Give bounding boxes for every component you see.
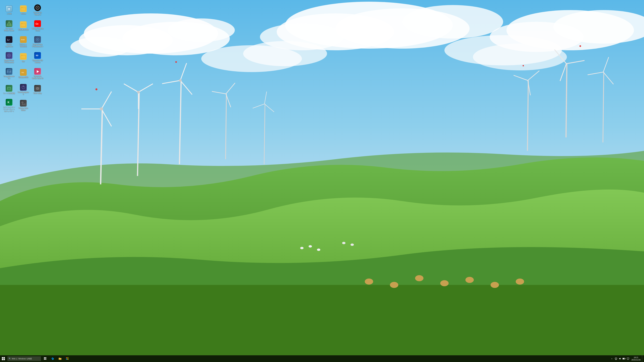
svg-point-24 — [96, 88, 98, 90]
systray-volume[interactable] — [618, 355, 622, 362]
desktop-icon-adobe-cc[interactable]: CcAdobe Creative Cloud — [31, 18, 44, 33]
desktop-icon-3dvision[interactable]: 3D3D Vision Photo Viewer — [2, 18, 16, 33]
picturestyle-label: Picture Style Editor — [18, 107, 29, 111]
svg-point-8 — [336, 8, 470, 49]
svg-point-88 — [8, 55, 10, 56]
eos-icon — [34, 85, 41, 92]
colornavigator-label: ColorNavigator 6 — [18, 91, 29, 95]
desktop-icon-cyberlink-media[interactable]: CyberLink Media Suite 10 — [31, 66, 44, 81]
svg-line-36 — [226, 94, 226, 159]
dev-folder-icon — [20, 53, 27, 60]
svg-text:Cc: Cc — [36, 22, 38, 25]
svg-line-55 — [603, 57, 608, 72]
eos-label: EOS Utility — [34, 92, 42, 94]
svg-line-50 — [566, 60, 584, 64]
svg-text:RAW: RAW — [21, 39, 25, 40]
svg-point-2 — [79, 25, 173, 55]
svg-point-69 — [350, 244, 354, 246]
svg-point-85 — [37, 39, 38, 40]
systray-action-center[interactable] — [626, 355, 630, 362]
desktop-icon-kaspersky[interactable]: Kカスペルスキー インターネットセキュリティ — [2, 98, 16, 113]
kaspersky-label: カスペルスキー インターネットセキュリティ — [3, 106, 15, 112]
svg-line-52 — [554, 50, 566, 64]
svg-rect-18 — [0, 285, 644, 362]
picturestyle-icon — [20, 100, 27, 107]
desktop-icon-dev-folder[interactable]: dev — [17, 50, 30, 65]
svg-line-43 — [253, 104, 264, 108]
desktop-icon-sdataset[interactable]: 500SDataset500 — [17, 66, 30, 81]
explorer-button[interactable] — [56, 355, 64, 362]
svg-point-23 — [100, 107, 103, 111]
taskbar: 🔍 Web と Windows を検索 — [0, 355, 644, 362]
svg-point-5 — [70, 37, 131, 57]
desktop-icon-adobe-lr[interactable]: LrAdobe Lightroom — [2, 34, 16, 49]
svg-point-16 — [444, 35, 562, 65]
svg-rect-119 — [68, 357, 68, 358]
svg-point-66 — [308, 245, 312, 248]
svg-point-59 — [390, 282, 398, 288]
cyberlink-bd-icon: BD — [34, 52, 41, 59]
3dvision-icon: 3D — [6, 20, 12, 27]
svg-point-7 — [277, 13, 394, 50]
digital4-icon — [34, 36, 41, 43]
desktop-icon-light-folder[interactable]: 光彩種sample — [17, 18, 30, 33]
svg-line-19 — [100, 109, 102, 184]
taskbar-search-box[interactable]: 🔍 Web と Windows を検索 — [8, 356, 41, 361]
svg-line-47 — [514, 75, 528, 80]
svg-line-40 — [264, 104, 265, 164]
svg-rect-122 — [615, 358, 617, 359]
svg-point-3 — [122, 22, 230, 55]
svg-line-31 — [180, 63, 187, 80]
desktop-icon-imagebrowser[interactable]: ImageBrowser EX — [2, 66, 16, 81]
desktop-icon-recycle-bin[interactable]: ごみ箱 — [2, 2, 16, 17]
svg-point-1 — [84, 13, 218, 54]
svg-line-37 — [226, 83, 235, 94]
desktop-icon-net-payment[interactable]: ネット決済保護 — [2, 82, 16, 97]
desktop-icon-digital-pro[interactable]: Digital Photo Professional — [2, 50, 16, 65]
desktop-icon-colornavigator[interactable]: ColorNavigator 6 — [17, 82, 30, 97]
recycle-bin-icon — [6, 5, 12, 12]
desktop-icon-pc-raw[interactable]: RAWPCテストRAW600 — [17, 34, 30, 49]
desktop-icon-eos[interactable]: EOS Utility — [31, 82, 44, 97]
net-payment-icon — [6, 85, 12, 92]
edge-button[interactable] — [49, 355, 56, 362]
svg-line-33 — [162, 80, 180, 84]
svg-point-29 — [137, 91, 140, 93]
systray-network[interactable] — [614, 355, 618, 362]
svg-line-42 — [264, 104, 274, 112]
svg-text:500: 500 — [22, 72, 24, 73]
svg-point-61 — [440, 280, 448, 286]
svg-point-14 — [201, 45, 302, 72]
systray-battery[interactable] — [622, 355, 626, 362]
adobe-folder-icon — [20, 5, 27, 12]
svg-line-49 — [566, 64, 567, 137]
desktop-icon-digital4[interactable]: Digital Photo Professional 4 — [31, 34, 44, 49]
svg-text:Lr: Lr — [7, 38, 10, 41]
desktop-icon-cyberlink-bd[interactable]: BDCyberLink BD Advisor — [31, 50, 44, 65]
svg-rect-118 — [66, 357, 67, 358]
start-button[interactable] — [0, 355, 7, 362]
svg-line-57 — [588, 72, 603, 75]
systray-chevron[interactable]: ∧ — [610, 355, 614, 362]
taskbar-clock[interactable]: 18:21 2015/11/26 — [630, 355, 642, 362]
svg-line-21 — [102, 109, 112, 126]
imagebrowser-label: ImageBrowser EX — [3, 75, 15, 79]
svg-point-13 — [554, 10, 644, 43]
light-folder-label: 光彩種sample — [18, 29, 28, 31]
show-desktop-button[interactable] — [642, 355, 643, 362]
svg-point-64 — [516, 279, 524, 285]
task-view-button[interactable] — [42, 355, 49, 362]
desktop-icon-olympus-viewer[interactable]: OLYMPUS Viewer 3 — [31, 2, 44, 17]
desktop-icon-picturestyle[interactable]: Picture Style Editor — [17, 98, 30, 113]
sdataset-icon: 500 — [20, 69, 27, 76]
svg-point-75 — [37, 7, 38, 8]
svg-rect-110 — [2, 357, 3, 359]
svg-point-35 — [175, 61, 177, 63]
recycle-bin-label: ごみ箱 — [6, 13, 12, 15]
digital4-label: Digital Photo Professional 4 — [32, 43, 44, 48]
store-button[interactable] — [64, 355, 71, 362]
digital-pro-label: Digital Photo Professional — [3, 59, 15, 63]
desktop-icon-adobe-folder[interactable]: Adobe — [17, 2, 30, 17]
svg-line-45 — [528, 71, 539, 80]
svg-line-44 — [528, 80, 528, 151]
